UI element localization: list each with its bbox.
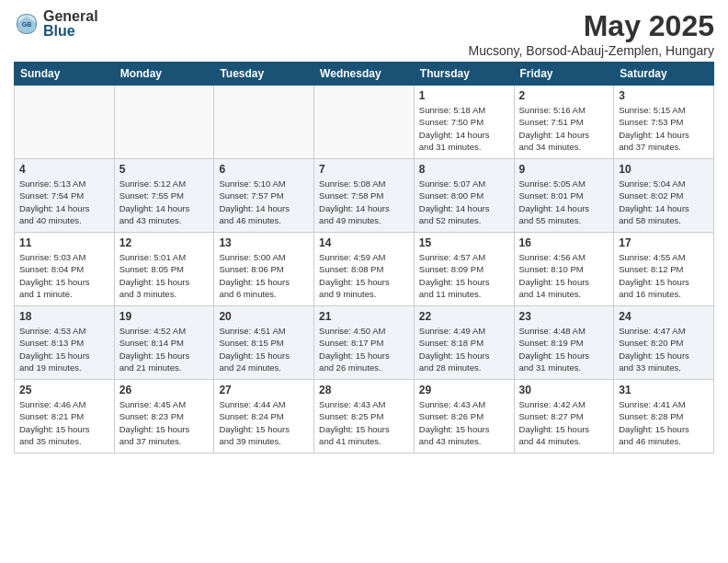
- col-friday: Friday: [514, 63, 614, 86]
- calendar-cell: 31Sunrise: 4:41 AMSunset: 8:28 PMDayligh…: [614, 380, 714, 454]
- calendar-cell: 19Sunrise: 4:52 AMSunset: 8:14 PMDayligh…: [114, 306, 214, 380]
- calendar-cell: 16Sunrise: 4:56 AMSunset: 8:10 PMDayligh…: [514, 233, 614, 306]
- calendar-cell: 6Sunrise: 5:10 AMSunset: 7:57 PMDaylight…: [214, 159, 314, 233]
- day-number: 1: [419, 89, 509, 102]
- day-info: Sunrise: 4:42 AMSunset: 8:27 PMDaylight:…: [519, 398, 609, 447]
- calendar-cell: 26Sunrise: 4:45 AMSunset: 8:23 PMDayligh…: [114, 380, 214, 454]
- day-info: Sunrise: 4:57 AMSunset: 8:09 PMDaylight:…: [419, 251, 509, 300]
- calendar-cell: 8Sunrise: 5:07 AMSunset: 8:00 PMDaylight…: [414, 159, 514, 233]
- day-number: 22: [419, 310, 509, 323]
- calendar-cell: 20Sunrise: 4:51 AMSunset: 8:15 PMDayligh…: [214, 306, 314, 380]
- title-section: May 2025 Mucsony, Borsod-Abauj-Zemplen, …: [469, 9, 714, 58]
- day-number: 21: [319, 310, 409, 323]
- day-number: 30: [519, 384, 609, 396]
- calendar-cell: 27Sunrise: 4:44 AMSunset: 8:24 PMDayligh…: [214, 380, 314, 454]
- day-number: 26: [119, 384, 210, 396]
- calendar-cell: 1Sunrise: 5:18 AMSunset: 7:50 PMDaylight…: [414, 86, 514, 159]
- day-info: Sunrise: 5:00 AMSunset: 8:06 PMDaylight:…: [219, 251, 309, 300]
- day-info: Sunrise: 4:41 AMSunset: 8:28 PMDaylight:…: [619, 398, 709, 447]
- day-info: Sunrise: 4:52 AMSunset: 8:14 PMDaylight:…: [119, 325, 210, 373]
- day-number: 6: [219, 163, 309, 176]
- day-info: Sunrise: 4:59 AMSunset: 8:08 PMDaylight:…: [319, 251, 409, 300]
- calendar-cell: 23Sunrise: 4:48 AMSunset: 8:19 PMDayligh…: [514, 306, 614, 380]
- calendar-cell: 22Sunrise: 4:49 AMSunset: 8:18 PMDayligh…: [414, 306, 514, 380]
- calendar-cell: 4Sunrise: 5:13 AMSunset: 7:54 PMDaylight…: [15, 159, 115, 233]
- day-number: 15: [419, 236, 509, 249]
- day-info: Sunrise: 4:48 AMSunset: 8:19 PMDaylight:…: [519, 325, 609, 373]
- day-number: 12: [119, 236, 210, 249]
- day-info: Sunrise: 5:04 AMSunset: 8:02 PMDaylight:…: [619, 178, 709, 226]
- day-info: Sunrise: 4:44 AMSunset: 8:24 PMDaylight:…: [219, 398, 309, 447]
- calendar-cell: 21Sunrise: 4:50 AMSunset: 8:17 PMDayligh…: [314, 306, 415, 380]
- calendar-cell: 17Sunrise: 4:55 AMSunset: 8:12 PMDayligh…: [614, 233, 714, 306]
- calendar-cell: [314, 86, 415, 159]
- day-number: 8: [419, 163, 509, 176]
- col-monday: Monday: [114, 63, 214, 86]
- calendar-cell: 12Sunrise: 5:01 AMSunset: 8:05 PMDayligh…: [114, 233, 214, 306]
- logo-general-text: General: [43, 9, 98, 24]
- calendar-cell: 28Sunrise: 4:43 AMSunset: 8:25 PMDayligh…: [314, 380, 415, 454]
- day-info: Sunrise: 4:45 AMSunset: 8:23 PMDaylight:…: [119, 398, 210, 447]
- calendar-cell: 7Sunrise: 5:08 AMSunset: 7:58 PMDaylight…: [314, 159, 415, 233]
- svg-text:GB: GB: [22, 21, 32, 28]
- calendar-cell: 11Sunrise: 5:03 AMSunset: 8:04 PMDayligh…: [15, 233, 115, 306]
- calendar-cell: 3Sunrise: 5:15 AMSunset: 7:53 PMDaylight…: [614, 86, 714, 159]
- day-info: Sunrise: 5:15 AMSunset: 7:53 PMDaylight:…: [619, 104, 709, 153]
- logo: GB General Blue: [14, 9, 98, 39]
- col-wednesday: Wednesday: [314, 63, 415, 86]
- day-number: 16: [519, 236, 609, 249]
- day-number: 7: [319, 163, 409, 176]
- calendar-cell: 25Sunrise: 4:46 AMSunset: 8:21 PMDayligh…: [15, 380, 115, 454]
- day-info: Sunrise: 5:12 AMSunset: 7:55 PMDaylight:…: [119, 178, 210, 226]
- week-row-2: 4Sunrise: 5:13 AMSunset: 7:54 PMDaylight…: [15, 159, 714, 233]
- day-number: 13: [219, 236, 309, 249]
- week-row-1: 1Sunrise: 5:18 AMSunset: 7:50 PMDaylight…: [15, 86, 714, 159]
- day-info: Sunrise: 4:53 AMSunset: 8:13 PMDaylight:…: [19, 325, 109, 373]
- day-number: 28: [319, 384, 409, 396]
- day-info: Sunrise: 4:43 AMSunset: 8:26 PMDaylight:…: [419, 398, 509, 447]
- day-number: 25: [19, 384, 109, 396]
- week-row-3: 11Sunrise: 5:03 AMSunset: 8:04 PMDayligh…: [15, 233, 714, 306]
- calendar-cell: 29Sunrise: 4:43 AMSunset: 8:26 PMDayligh…: [414, 380, 514, 454]
- day-info: Sunrise: 4:51 AMSunset: 8:15 PMDaylight:…: [219, 325, 309, 373]
- day-number: 3: [619, 89, 709, 102]
- day-number: 4: [19, 163, 109, 176]
- calendar-cell: 9Sunrise: 5:05 AMSunset: 8:01 PMDaylight…: [514, 159, 614, 233]
- calendar-cell: [214, 86, 314, 159]
- col-thursday: Thursday: [414, 63, 514, 86]
- header: GB General Blue May 2025 Mucsony, Borsod…: [14, 9, 714, 58]
- col-tuesday: Tuesday: [214, 63, 314, 86]
- day-info: Sunrise: 4:56 AMSunset: 8:10 PMDaylight:…: [519, 251, 609, 300]
- calendar-cell: 5Sunrise: 5:12 AMSunset: 7:55 PMDaylight…: [114, 159, 214, 233]
- calendar-cell: 24Sunrise: 4:47 AMSunset: 8:20 PMDayligh…: [614, 306, 714, 380]
- page: GB General Blue May 2025 Mucsony, Borsod…: [0, 0, 728, 563]
- calendar-cell: 10Sunrise: 5:04 AMSunset: 8:02 PMDayligh…: [614, 159, 714, 233]
- calendar-cell: [114, 86, 214, 159]
- day-info: Sunrise: 5:18 AMSunset: 7:50 PMDaylight:…: [419, 104, 509, 153]
- location: Mucsony, Borsod-Abauj-Zemplen, Hungary: [469, 43, 714, 58]
- calendar: Sunday Monday Tuesday Wednesday Thursday…: [14, 62, 714, 454]
- day-info: Sunrise: 5:03 AMSunset: 8:04 PMDaylight:…: [19, 251, 109, 300]
- day-number: 18: [19, 310, 109, 323]
- day-info: Sunrise: 5:16 AMSunset: 7:51 PMDaylight:…: [519, 104, 609, 153]
- calendar-cell: 30Sunrise: 4:42 AMSunset: 8:27 PMDayligh…: [514, 380, 614, 454]
- month-title: May 2025: [469, 9, 714, 43]
- week-row-4: 18Sunrise: 4:53 AMSunset: 8:13 PMDayligh…: [15, 306, 714, 380]
- calendar-cell: 13Sunrise: 5:00 AMSunset: 8:06 PMDayligh…: [214, 233, 314, 306]
- day-info: Sunrise: 4:47 AMSunset: 8:20 PMDaylight:…: [619, 325, 709, 373]
- day-number: 5: [119, 163, 210, 176]
- day-number: 20: [219, 310, 309, 323]
- day-info: Sunrise: 5:08 AMSunset: 7:58 PMDaylight:…: [319, 178, 409, 226]
- day-number: 29: [419, 384, 509, 396]
- col-sunday: Sunday: [15, 63, 115, 86]
- day-number: 11: [19, 236, 109, 249]
- day-number: 27: [219, 384, 309, 396]
- day-info: Sunrise: 5:07 AMSunset: 8:00 PMDaylight:…: [419, 178, 509, 226]
- week-row-5: 25Sunrise: 4:46 AMSunset: 8:21 PMDayligh…: [15, 380, 714, 454]
- day-info: Sunrise: 5:01 AMSunset: 8:05 PMDaylight:…: [119, 251, 210, 300]
- calendar-cell: 2Sunrise: 5:16 AMSunset: 7:51 PMDaylight…: [514, 86, 614, 159]
- logo-icon: GB: [14, 11, 40, 37]
- calendar-cell: 15Sunrise: 4:57 AMSunset: 8:09 PMDayligh…: [414, 233, 514, 306]
- calendar-cell: [15, 86, 115, 159]
- col-saturday: Saturday: [614, 63, 714, 86]
